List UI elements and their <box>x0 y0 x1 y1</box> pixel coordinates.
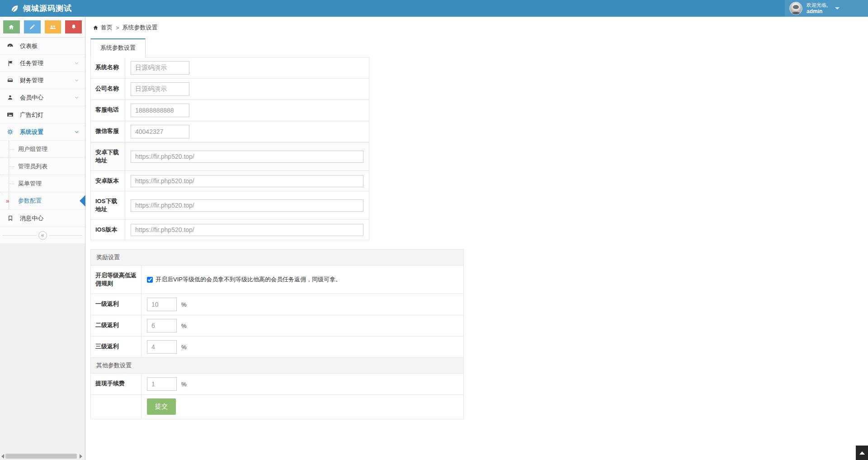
field-label: 公司名称 <box>91 79 125 100</box>
section-header-row: 其他参数设置 <box>91 358 464 374</box>
level3-rebate-input[interactable] <box>147 340 177 354</box>
chevron-down-icon <box>74 129 79 134</box>
sidebar-item-finance[interactable]: 财务管理 <box>0 72 85 89</box>
user-menu[interactable]: 欢迎光临, admin <box>785 0 868 17</box>
percent-suffix: % <box>181 381 187 388</box>
image-icon <box>6 111 14 119</box>
active-marker-icon: » <box>6 197 9 204</box>
system-settings-submenu: 用户组管理 管理员列表 菜单管理 » 参数配置 <box>0 141 85 210</box>
field-label: 系统名称 <box>91 57 125 79</box>
home-icon <box>8 24 14 30</box>
sidebar-item-parameter-config[interactable]: » 参数配置 <box>0 192 85 209</box>
field-label: 一级返利 <box>91 294 142 315</box>
tab-system-parameters[interactable]: 系统参数设置 <box>90 38 146 57</box>
settings-form: 系统名称 公司名称 客服电话 微信客服 安卓下载地址 安卓版本 <box>90 57 868 419</box>
tab-bar: 系统参数设置 <box>90 38 868 57</box>
brand-logo[interactable]: 倾城源码测试 <box>0 3 72 14</box>
reward-settings-table: 奖励设置 开启等级高低返佣规则 开启后VIP等级低的会员拿不到等级比他高的会员任… <box>90 249 464 419</box>
sidebar-empty-area <box>0 243 85 452</box>
hdd-icon <box>6 76 14 84</box>
field-label: 提现手续费 <box>91 374 142 395</box>
rebate-rule-description: 开启后VIP等级低的会员拿不到等级比他高的会员任务返佣，同级可拿。 <box>156 275 341 284</box>
sidebar-item-user-groups[interactable]: 用户组管理 <box>0 141 85 158</box>
submenu-item-label: 菜单管理 <box>18 180 42 188</box>
percent-suffix: % <box>181 322 187 329</box>
home-button[interactable] <box>3 20 20 33</box>
members-button[interactable] <box>45 20 61 33</box>
sidebar-item-label: 消息中心 <box>20 214 79 223</box>
submit-button[interactable]: 提交 <box>147 398 176 415</box>
sidebar-item-admin-list[interactable]: 管理员列表 <box>0 158 85 175</box>
sidebar-collapse-toggle[interactable]: « <box>0 227 85 243</box>
sidebar-item-system-settings[interactable]: 系统设置 <box>0 123 85 141</box>
table-row: IOS版本 <box>91 220 369 240</box>
user-greeting: 欢迎光临, <box>807 2 828 8</box>
sidebar-horizontal-scrollbar[interactable] <box>0 452 85 460</box>
withdraw-fee-input[interactable] <box>147 377 177 391</box>
sidebar-item-message-center[interactable]: 消息中心 <box>0 210 85 227</box>
table-row: 二级返利 % <box>91 315 464 337</box>
field-label: 客服电话 <box>91 100 125 121</box>
gear-icon <box>6 128 14 136</box>
table-row: 安卓下载地址 <box>91 142 369 171</box>
breadcrumb-separator: > <box>116 24 119 31</box>
sidebar-item-label: 仪表板 <box>20 42 79 50</box>
top-navbar: 倾城源码测试 欢迎光临, admin <box>0 0 868 17</box>
wechat-service-input[interactable] <box>131 125 189 138</box>
sidebar: 仪表板 任务管理 财务管理 会员中心 广告幻灯 系统设置 用户组管理 管理员列表… <box>0 17 85 460</box>
home-icon <box>93 25 99 31</box>
sidebar-item-members[interactable]: 会员中心 <box>0 89 85 106</box>
user-icon <box>6 94 14 101</box>
sidebar-item-dashboard[interactable]: 仪表板 <box>0 38 85 55</box>
submenu-item-label: 用户组管理 <box>18 145 47 153</box>
level1-rebate-input[interactable] <box>147 298 177 311</box>
scrollbar-thumb[interactable] <box>5 454 77 459</box>
field-label: IOS版本 <box>91 220 125 240</box>
sidebar-item-label: 财务管理 <box>20 76 74 85</box>
percent-suffix: % <box>181 344 187 351</box>
main-content: 首页 > 系统参数设置 系统参数设置 系统名称 公司名称 客服电话 微信客服 <box>86 17 868 460</box>
system-name-input[interactable] <box>131 61 189 75</box>
android-version-input[interactable] <box>131 175 363 187</box>
service-phone-input[interactable] <box>131 104 189 117</box>
gauge-icon <box>6 42 14 50</box>
sidebar-item-tasks[interactable]: 任务管理 <box>0 55 85 72</box>
user-avatar <box>789 2 802 15</box>
back-to-top-button[interactable] <box>856 446 868 460</box>
level2-rebate-input[interactable] <box>147 319 177 332</box>
section-title: 其他参数设置 <box>91 358 464 374</box>
table-row: 微信客服 <box>91 121 369 142</box>
rebate-rule-checkbox[interactable] <box>147 277 153 283</box>
company-name-input[interactable] <box>131 82 189 96</box>
table-row: 开启等级高低返佣规则 开启后VIP等级低的会员拿不到等级比他高的会员任务返佣，同… <box>91 266 464 294</box>
ios-version-input[interactable] <box>131 224 363 236</box>
sidebar-item-label: 会员中心 <box>20 94 74 102</box>
sidebar-item-label: 广告幻灯 <box>20 111 79 119</box>
sidebar-item-ad-slides[interactable]: 广告幻灯 <box>0 106 85 123</box>
table-row: 公司名称 <box>91 79 369 100</box>
arrow-up-icon <box>859 451 865 455</box>
breadcrumb-home-link[interactable]: 首页 <box>93 24 113 32</box>
field-label: 二级返利 <box>91 315 142 337</box>
sidebar-item-label: 系统设置 <box>20 128 74 136</box>
system-parameters-table: 系统名称 公司名称 客服电话 微信客服 安卓下载地址 安卓版本 <box>90 57 369 240</box>
breadcrumb: 首页 > 系统参数设置 <box>86 17 868 34</box>
notifications-button[interactable] <box>65 20 82 33</box>
section-title: 奖励设置 <box>91 250 464 266</box>
table-row: 客服电话 <box>91 100 369 121</box>
active-item-arrow-icon <box>80 195 85 207</box>
scroll-left-icon[interactable] <box>1 454 4 459</box>
flag-icon <box>6 60 14 67</box>
field-label: 安卓下载地址 <box>91 142 125 171</box>
leaf-icon <box>10 4 19 13</box>
table-row: 系统名称 <box>91 57 369 79</box>
sidebar-item-menu-management[interactable]: 菜单管理 <box>0 175 85 192</box>
android-download-url-input[interactable] <box>131 151 363 163</box>
edit-button[interactable] <box>24 20 41 33</box>
sidebar-item-label: 任务管理 <box>20 59 74 67</box>
ios-download-url-input[interactable] <box>131 199 363 212</box>
table-row: 一级返利 % <box>91 294 464 315</box>
field-label: 安卓版本 <box>91 171 125 191</box>
scroll-right-icon[interactable] <box>80 454 82 459</box>
table-row: 提现手续费 % <box>91 374 464 395</box>
